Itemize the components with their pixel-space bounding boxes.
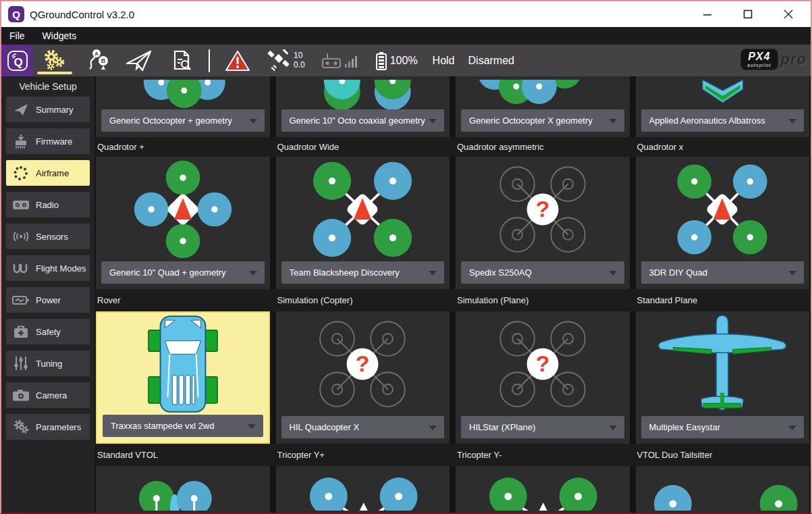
section-labels: Quadrotor + Quadrotor Wide Quadrotor asy… (94, 137, 811, 157)
airframe-card-rover-selected[interactable]: Traxxas stampede vxl 2wd (96, 311, 270, 444)
close-icon[interactable] (782, 8, 794, 20)
chevron-down-icon (249, 271, 257, 276)
airframe-dropdown[interactable]: Generic Octocopter + geometry (101, 109, 265, 132)
airframe-dropdown[interactable]: Traxxas stampede vxl 2wd (103, 415, 263, 437)
paper-plane-icon (125, 49, 153, 73)
vehicle-setup-sidebar: Vehicle Setup Summary Firmware (1, 76, 94, 513)
sidebar-item-radio[interactable]: Radio (6, 192, 90, 217)
sidebar-item-firmware[interactable]: Firmware (6, 128, 90, 154)
tuning-sliders-icon (12, 355, 30, 371)
airframe-card-standard-vtol[interactable] (96, 466, 270, 513)
sidebar-item-tuning[interactable]: Tuning (6, 351, 90, 376)
sidebar-item-power[interactable]: Power (6, 287, 90, 313)
document-search-icon (169, 49, 194, 73)
section-label: Tricopter Y+ (276, 450, 450, 460)
gps-hdop: 0.0 (294, 61, 305, 70)
unknown-airframe-image: ? (456, 311, 630, 416)
active-view-underline (37, 72, 72, 74)
sidebar-item-parameters[interactable]: Parameters (6, 414, 90, 440)
sidebar-item-safety[interactable]: Safety (6, 319, 90, 344)
airframe-card-sim-plane[interactable]: ? HILStar (XPlane) (456, 311, 630, 444)
airframe-row-quadrotor: Generic 10" Quad + geometry Team Blacksh (94, 157, 811, 289)
sidebar-item-flight-modes[interactable]: Flight Modes (6, 255, 90, 281)
airframe-dropdown[interactable]: 3DR DIY Quad (641, 261, 805, 284)
section-labels: Standard VTOL Tricopter Y+ Tricopter Y- … (94, 444, 811, 466)
airframe-card-vtol-duo-tailsitter[interactable] (636, 466, 810, 513)
satellite-icon (267, 49, 291, 72)
window-controls (701, 8, 804, 20)
airframe-dropdown[interactable]: Spedix S250AQ (461, 261, 624, 284)
chevron-down-icon (248, 424, 256, 429)
menu-file[interactable]: File (9, 30, 25, 41)
minimize-icon[interactable] (701, 8, 713, 20)
airframe-dropdown[interactable]: HILStar (XPlane) (461, 416, 624, 438)
menu-widgets[interactable]: Widgets (43, 30, 77, 41)
radio-icon (12, 197, 30, 213)
airframe-card-quad-asymmetric[interactable]: ? Spedix S250AQ (456, 157, 630, 289)
message-indicator[interactable] (217, 45, 259, 76)
menu-bar: File Widgets (1, 27, 811, 45)
airframe-dropdown[interactable]: Generic 10" Quad + geometry (101, 261, 265, 284)
chevron-down-icon (609, 271, 617, 276)
airframe-row-vtol (94, 466, 811, 513)
gps-indicator[interactable]: 10 0.0 (259, 45, 313, 76)
sensors-icon (12, 228, 30, 245)
px4-label: PX4 (748, 51, 770, 62)
airframe-dropdown[interactable]: Generic Octocopter X geometry (461, 109, 624, 132)
airframe-card-albatross[interactable]: Applied Aeronautics Albatross (636, 76, 810, 137)
airframe-card-octo-coaxial[interactable]: Generic 10" Octo coaxial geometry (276, 76, 450, 137)
parameters-gears-icon (12, 419, 30, 435)
sidebar-item-sensors[interactable]: Sensors (6, 224, 90, 249)
main-toolbar: Q A B (1, 45, 811, 76)
sidebar-item-airframe[interactable]: Airframe (6, 160, 90, 186)
airframe-card-quad-x[interactable]: 3DR DIY Quad (636, 157, 810, 289)
maximize-icon[interactable] (742, 8, 754, 20)
rc-rssi-indicator[interactable] (313, 45, 367, 76)
section-label: Quadrotor asymmetric (456, 142, 630, 152)
gps-satellite-count: 10 (294, 51, 305, 61)
airframe-dropdown[interactable]: Multiplex Easystar (641, 416, 805, 438)
camera-icon (12, 387, 30, 403)
plan-view-button[interactable]: A B (76, 45, 117, 76)
sidebar-item-camera[interactable]: Camera (6, 382, 90, 408)
octo-coaxial-image (276, 76, 450, 109)
paper-plane-icon (12, 101, 30, 118)
warning-triangle-icon (225, 49, 250, 72)
fly-view-button[interactable] (117, 45, 161, 76)
airframe-card-quad-wide[interactable]: Team Blacksheep Discovery (276, 157, 450, 289)
chevron-down-icon (609, 119, 617, 124)
px4-sublabel: autopilot (747, 63, 771, 68)
battery-indicator[interactable]: 100% (367, 45, 426, 76)
vtol-duo-tailsitter-image (636, 466, 810, 513)
airframe-dropdown[interactable]: Team Blacksheep Discovery (281, 261, 445, 284)
airframe-card-standard-plane[interactable]: Multiplex Easystar (636, 311, 810, 444)
qgc-logo-button[interactable]: Q (1, 45, 33, 76)
airframe-dropdown[interactable]: Applied Aeronautics Albatross (641, 109, 805, 132)
svg-text:Q: Q (13, 56, 22, 69)
airframe-dropdown[interactable]: Generic 10" Octo coaxial geometry (281, 109, 445, 132)
armed-state[interactable]: Disarmed (462, 55, 521, 67)
flight-mode-selector[interactable]: Hold (426, 55, 462, 67)
analyze-view-button[interactable] (161, 45, 202, 76)
octocopter-plus-image (96, 76, 270, 109)
flight-modes-wave-icon (12, 260, 30, 276)
section-label: Simulation (Copter) (276, 295, 450, 305)
quad-wide-image (276, 157, 450, 261)
chevron-down-icon (788, 426, 796, 430)
svg-text:?: ? (356, 351, 370, 376)
chevron-down-icon (429, 119, 437, 124)
airframe-card-sim-copter[interactable]: ? HIL Quadcopter X (276, 311, 450, 444)
airframe-dropdown[interactable]: HIL Quadcopter X (281, 416, 445, 438)
airframe-card-octocopter-plus[interactable]: Generic Octocopter + geometry (96, 76, 270, 137)
section-label: Standard VTOL (96, 450, 270, 460)
svg-text:?: ? (535, 196, 549, 222)
airframe-card-octocopter-x[interactable]: Generic Octocopter X geometry (456, 76, 630, 137)
standard-vtol-image (96, 466, 270, 513)
vehicle-setup-button[interactable] (33, 45, 76, 76)
airframe-card-quad-plus[interactable]: Generic 10" Quad + geometry (96, 157, 270, 289)
svg-text:A: A (94, 51, 99, 57)
airframe-card-tricopter-y-minus[interactable] (456, 466, 630, 513)
px4-badge: PX4 autopilot (741, 49, 777, 70)
airframe-card-tricopter-y-plus[interactable] (276, 466, 450, 513)
sidebar-item-summary[interactable]: Summary (6, 97, 90, 122)
